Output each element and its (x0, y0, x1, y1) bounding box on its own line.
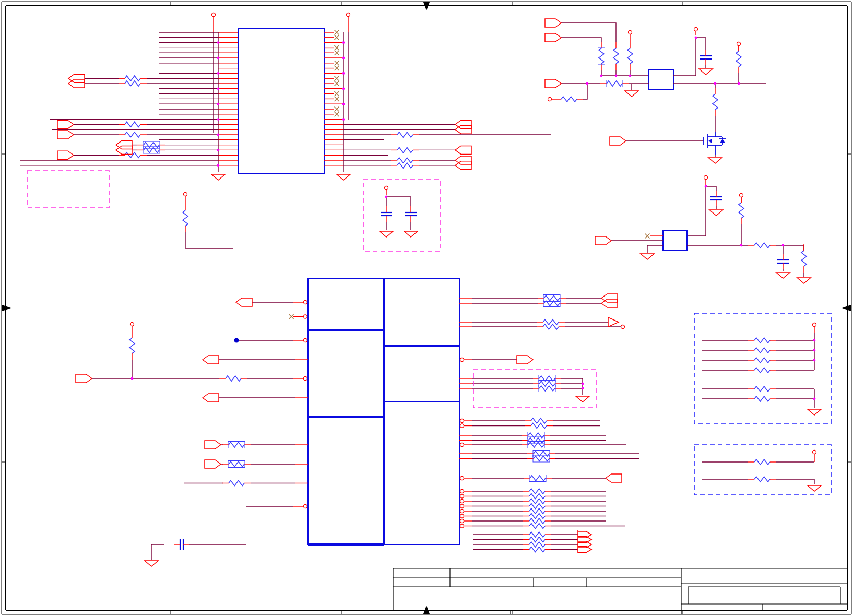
resistor[interactable] (538, 295, 566, 302)
capacitor[interactable] (381, 206, 392, 222)
resistor[interactable] (391, 147, 419, 152)
resistor[interactable] (748, 477, 776, 482)
resistor[interactable] (713, 88, 718, 116)
net-connector[interactable] (205, 460, 221, 468)
resistor[interactable] (537, 319, 565, 325)
resistor[interactable] (119, 122, 147, 127)
ground-symbol[interactable] (797, 278, 811, 283)
resistor[interactable] (524, 475, 552, 482)
resistor[interactable] (523, 499, 551, 504)
resistor[interactable] (748, 348, 776, 353)
resistor[interactable] (119, 152, 147, 158)
resistor[interactable] (137, 141, 165, 148)
net-connector[interactable] (203, 356, 219, 364)
ground-symbol[interactable] (337, 174, 350, 180)
resistor[interactable] (523, 524, 551, 529)
resistor[interactable] (801, 244, 807, 273)
resistor[interactable] (523, 508, 551, 514)
resistor[interactable] (522, 432, 550, 439)
capacitor[interactable] (174, 539, 189, 550)
resistor[interactable] (538, 300, 566, 307)
resistor[interactable] (533, 381, 561, 387)
resistor[interactable] (527, 451, 555, 457)
net-connector[interactable] (236, 298, 252, 306)
net-connector[interactable] (57, 151, 74, 159)
resistor[interactable] (523, 489, 551, 494)
resistor[interactable] (525, 423, 553, 429)
resistor[interactable] (600, 80, 629, 87)
net-connector[interactable] (455, 146, 471, 154)
net-connector[interactable] (545, 79, 561, 88)
net-connector[interactable] (205, 441, 221, 449)
resistor[interactable] (525, 418, 553, 423)
resistor[interactable] (527, 455, 555, 462)
resistor[interactable] (523, 518, 551, 524)
ground-symbol[interactable] (808, 409, 821, 415)
resistor[interactable] (523, 514, 551, 519)
net-connector[interactable] (595, 236, 611, 245)
ground-symbol[interactable] (625, 91, 638, 97)
net-connector[interactable] (601, 299, 618, 307)
net-connector[interactable] (76, 374, 92, 383)
ground-symbol[interactable] (576, 396, 589, 402)
resistor[interactable] (222, 481, 251, 486)
ic-block[interactable] (663, 230, 687, 250)
resistor[interactable] (748, 396, 776, 401)
ground-symbol[interactable] (145, 561, 158, 566)
resistor[interactable] (119, 132, 147, 137)
resistor[interactable] (522, 437, 550, 444)
resistor[interactable] (613, 42, 619, 70)
resistor[interactable] (555, 97, 583, 102)
resistor[interactable] (533, 385, 561, 392)
signal-arrow[interactable] (608, 317, 619, 327)
resistor[interactable] (119, 81, 147, 86)
ground-symbol[interactable] (211, 174, 225, 180)
resistor[interactable] (537, 324, 565, 329)
resistor[interactable] (391, 132, 419, 137)
resistor[interactable] (119, 76, 147, 81)
resistor[interactable] (523, 547, 551, 552)
resistor[interactable] (533, 375, 561, 382)
ic-block[interactable] (238, 28, 324, 173)
resistor[interactable] (523, 542, 551, 547)
resistor[interactable] (219, 376, 247, 381)
net-connector[interactable] (601, 294, 618, 302)
resistor[interactable] (748, 386, 776, 392)
ground-symbol[interactable] (641, 254, 654, 259)
ground-symbol[interactable] (699, 69, 713, 75)
resistor[interactable] (391, 163, 419, 168)
resistor[interactable] (523, 537, 551, 542)
resistor[interactable] (522, 442, 550, 448)
net-connector[interactable] (545, 19, 561, 27)
capacitor[interactable] (777, 254, 789, 269)
ground-symbol[interactable] (708, 158, 722, 163)
net-connector[interactable] (606, 474, 622, 482)
resistor[interactable] (736, 45, 741, 73)
resistor[interactable] (391, 158, 419, 163)
resistor[interactable] (222, 461, 251, 468)
resistor[interactable] (748, 358, 776, 363)
capacitor[interactable] (710, 191, 722, 206)
ground-symbol[interactable] (776, 273, 790, 278)
resistor[interactable] (748, 368, 776, 373)
resistor[interactable] (222, 442, 251, 448)
resistor[interactable] (183, 204, 188, 232)
capacitor[interactable] (405, 206, 417, 222)
resistor[interactable] (523, 504, 551, 509)
ground-symbol[interactable] (404, 231, 418, 237)
resistor[interactable] (137, 147, 165, 153)
resistor[interactable] (627, 42, 633, 70)
mosfet-transistor[interactable] (704, 132, 726, 155)
net-connector[interactable] (545, 33, 561, 42)
resistor[interactable] (739, 196, 744, 224)
resistor[interactable] (129, 331, 135, 360)
net-connector[interactable] (517, 356, 533, 364)
net-connector[interactable] (57, 120, 74, 128)
ground-symbol[interactable] (808, 485, 821, 491)
resistor[interactable] (748, 459, 776, 465)
net-connector[interactable] (57, 131, 74, 139)
net-connector[interactable] (203, 394, 219, 402)
resistor[interactable] (748, 338, 776, 343)
ic-block[interactable] (649, 69, 673, 90)
capacitor[interactable] (700, 50, 712, 65)
